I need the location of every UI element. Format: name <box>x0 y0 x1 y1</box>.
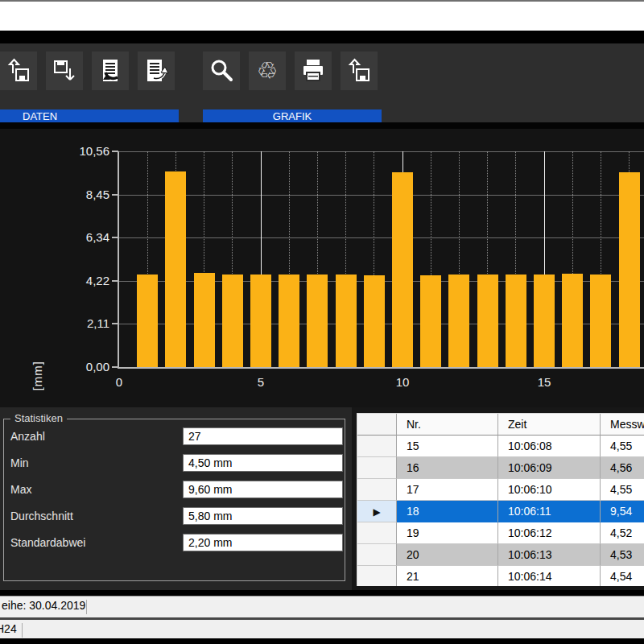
table-row[interactable]: 2010:06:134,53 <box>357 544 644 566</box>
row-header-cell[interactable] <box>357 566 397 586</box>
toolbar-button-row: ♲ <box>203 52 382 90</box>
cell-nr[interactable]: 20 <box>397 544 498 566</box>
x-tick-label: 10 <box>396 375 410 389</box>
print-icon <box>299 57 327 85</box>
cell-nr[interactable]: 21 <box>397 566 498 586</box>
cell-nr[interactable]: 19 <box>397 522 498 544</box>
table-row[interactable]: 2110:06:144,54 <box>357 566 644 586</box>
cell-messwert[interactable]: 4,53 <box>601 544 644 566</box>
status-device-text: H24 <box>0 622 17 635</box>
cell-zeit[interactable]: 10:06:14 <box>498 566 601 586</box>
column-header-messwert: Messwe <box>601 414 644 436</box>
cell-zeit[interactable]: 10:06:08 <box>498 436 601 457</box>
save-graph-button[interactable] <box>341 52 378 90</box>
toolbar-group-daten: DATEN <box>0 52 179 90</box>
table-row[interactable]: ▶1810:06:119,54 <box>357 501 644 522</box>
gridline-horizontal <box>119 151 644 152</box>
toolbar-group-label: GRAFIK <box>203 109 382 123</box>
cell-messwert[interactable]: 4,52 <box>601 522 644 544</box>
table-row[interactable]: 1710:06:104,55 <box>357 479 644 501</box>
statistics-groupbox: Statistiken Anzahl27Min4,50 mmMax9,60 mm… <box>3 419 345 581</box>
y-tick-label: 6,34 <box>58 230 109 245</box>
chart-bar <box>222 275 243 367</box>
status-separator <box>86 600 87 614</box>
cell-zeit[interactable]: 10:06:13 <box>498 544 601 566</box>
row-header-cell[interactable] <box>357 436 397 457</box>
zoom-icon <box>208 57 235 85</box>
toolbar-group-grafik: ♲GRAFIK <box>203 52 382 90</box>
chart-bar <box>534 275 555 367</box>
status-bar-date: eihe: 30.04.2019 <box>0 596 644 617</box>
stat-label-anzahl: Anzahl <box>10 430 45 444</box>
cell-messwert[interactable]: 4,56 <box>601 457 644 479</box>
cell-messwert[interactable]: 4,54 <box>601 566 644 586</box>
floppy-arrow-up-icon <box>345 57 373 85</box>
row-header-cell[interactable] <box>357 479 397 501</box>
cell-nr[interactable]: 16 <box>397 457 498 479</box>
toolbar-group-label: DATEN <box>0 109 179 123</box>
divider-strip <box>0 31 644 43</box>
app-window: DATEN♲GRAFIK [mm]0,002,114,226,348,4510,… <box>0 0 644 644</box>
document-import-icon <box>97 57 124 85</box>
stat-label-min: Min <box>10 456 29 471</box>
chart-bar <box>364 275 385 367</box>
chart-bar <box>448 275 469 367</box>
row-header-cell[interactable] <box>357 544 397 566</box>
floppy-arrow-down-icon <box>51 57 78 85</box>
y-tick-mark <box>112 323 118 324</box>
chart-bar <box>250 275 271 367</box>
statistics-title: Statistiken <box>10 412 67 424</box>
table-row[interactable]: 1610:06:094,56 <box>357 457 644 479</box>
y-tick-mark <box>112 366 118 368</box>
status-separator <box>22 623 23 638</box>
refresh-graph-button[interactable]: ♲ <box>249 52 286 90</box>
stat-value-max[interactable]: 9,60 mm <box>183 481 343 498</box>
x-tick-label: 5 <box>258 375 264 389</box>
toolbar: DATEN♲GRAFIK <box>0 43 644 122</box>
cell-messwert[interactable]: 9,54 <box>601 501 644 522</box>
cell-messwert[interactable]: 4,55 <box>601 436 644 457</box>
stat-label-durchschnitt: Durchschnitt <box>10 510 73 524</box>
y-tick-mark <box>112 194 118 196</box>
print-graph-button[interactable] <box>295 52 332 90</box>
chart-bar <box>562 274 583 367</box>
cell-zeit[interactable]: 10:06:12 <box>498 522 601 544</box>
selected-row-arrow-icon: ▶ <box>373 506 380 518</box>
stat-label-standardabwei: Standardabwei <box>10 536 85 551</box>
divider-strip <box>0 122 644 129</box>
cell-messwert[interactable]: 4,55 <box>601 479 644 501</box>
load-data-button[interactable] <box>0 52 37 90</box>
x-tick-label: 0 <box>116 375 122 389</box>
stat-value-durchschnitt[interactable]: 5,80 mm <box>183 507 343 525</box>
save-data-button[interactable] <box>46 52 83 90</box>
gridline-horizontal <box>119 237 644 238</box>
chart-bar <box>137 275 158 367</box>
table-row[interactable]: 1510:06:084,55 <box>357 436 644 457</box>
table-header-row: Nr.ZeitMesswe <box>357 414 644 436</box>
stat-value-min[interactable]: 4,50 mm <box>183 454 343 472</box>
cell-zeit[interactable]: 10:06:09 <box>498 457 601 479</box>
import-data-button[interactable] <box>92 52 129 90</box>
y-tick-mark <box>112 280 118 282</box>
export-data-button[interactable] <box>138 52 175 90</box>
zoom-graph-button[interactable] <box>203 52 240 90</box>
cell-nr[interactable]: 18 <box>397 501 498 522</box>
row-header-cell[interactable]: ▶ <box>357 501 397 522</box>
table-row[interactable]: 1910:06:124,52 <box>357 522 644 544</box>
chart-bar <box>194 273 215 367</box>
toolbar-button-row <box>0 52 179 90</box>
cell-zeit[interactable]: 10:06:10 <box>498 479 601 501</box>
chart-bar <box>506 275 526 367</box>
stat-value-standardabwei[interactable]: 2,20 mm <box>183 534 343 551</box>
chart-bar <box>279 275 299 367</box>
row-header-cell[interactable] <box>357 457 397 479</box>
chart-bar <box>590 275 611 367</box>
cell-nr[interactable]: 15 <box>397 436 498 457</box>
gridline-horizontal <box>119 195 644 196</box>
row-header-cell[interactable] <box>357 522 397 544</box>
measurement-table: Nr.ZeitMesswe1510:06:084,551610:06:094,5… <box>357 413 644 586</box>
cell-zeit[interactable]: 10:06:11 <box>498 501 601 522</box>
y-tick-label: 2,11 <box>58 316 109 331</box>
cell-nr[interactable]: 17 <box>397 479 498 501</box>
stat-value-anzahl[interactable]: 27 <box>183 427 343 445</box>
